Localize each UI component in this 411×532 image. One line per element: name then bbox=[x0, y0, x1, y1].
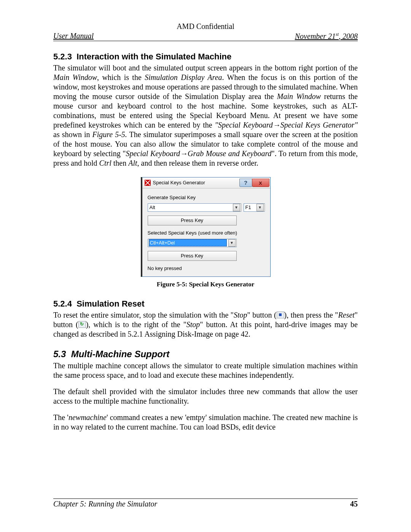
close-button[interactable]: x bbox=[252, 179, 269, 187]
app-icon bbox=[145, 180, 151, 186]
para-5-3-1: The multiple machine concept allows the … bbox=[53, 361, 358, 380]
confidential-header: AMD Confidential bbox=[53, 22, 358, 31]
heading-5-3: 5.3 Multi-Machine Support bbox=[53, 349, 358, 359]
header-row: User Manual November 21st, 2008 bbox=[53, 32, 358, 41]
modifier-combo[interactable]: Alt ▼ bbox=[148, 203, 241, 212]
dialog-title-text: Special Keys Generator bbox=[153, 180, 240, 185]
para-5-3-3: The 'newmachine' command creates a new '… bbox=[53, 413, 358, 432]
status-text: No key pressed bbox=[148, 265, 265, 271]
heading-5-2-3-num: 5.2.3 bbox=[53, 52, 72, 61]
help-button[interactable]: ? bbox=[239, 179, 252, 187]
chevron-down-icon[interactable]: ▼ bbox=[233, 204, 240, 211]
heading-5-2-4-num: 5.2.4 bbox=[53, 299, 72, 308]
stop-icon bbox=[277, 312, 284, 318]
generate-label: Generate Special Key bbox=[148, 195, 265, 200]
heading-5-3-title: Multi-Machine Support bbox=[71, 349, 170, 359]
dialog-titlebar[interactable]: Special Keys Generator ? x bbox=[142, 177, 270, 189]
chevron-down-icon[interactable]: ▼ bbox=[228, 239, 236, 247]
chevron-down-icon[interactable]: ▼ bbox=[256, 204, 264, 211]
footer-chapter: Chapter 5: Running the Simulator bbox=[53, 500, 157, 508]
press-key-button-1[interactable]: Press Key bbox=[148, 216, 237, 225]
header-date: November 21st, 2008 bbox=[295, 32, 358, 41]
header-left: User Manual bbox=[53, 32, 94, 41]
fkey-combo[interactable]: F1 ▼ bbox=[244, 203, 265, 212]
para-5-2-3: The simulator will boot and the simulate… bbox=[53, 63, 358, 168]
reset-icon bbox=[78, 321, 86, 328]
para-5-2-4: To reset the entire simulator, stop the … bbox=[53, 310, 358, 339]
fkey-combo-value: F1 bbox=[245, 204, 256, 210]
heading-5-2-3-title: Interaction with the Simulated Machine bbox=[76, 52, 231, 61]
footer-page: 45 bbox=[350, 500, 358, 508]
footer: Chapter 5: Running the Simulator 45 bbox=[53, 498, 358, 508]
heading-5-2-4: 5.2.4 Simulation Reset bbox=[53, 299, 358, 309]
selected-keys-label: Selected Special Keys (used more often) bbox=[148, 230, 265, 236]
header-date-prefix: November 21 bbox=[295, 32, 336, 40]
heading-5-2-3: 5.2.3 Interaction with the Simulated Mac… bbox=[53, 52, 358, 62]
heading-5-3-num: 5.3 bbox=[53, 349, 66, 359]
modifier-combo-value: Alt bbox=[150, 204, 232, 210]
special-keys-dialog: Special Keys Generator ? x Generate Spec… bbox=[141, 177, 271, 277]
press-key-button-2[interactable]: Press Key bbox=[148, 251, 237, 261]
header-date-sup: st bbox=[336, 32, 339, 37]
header-date-suffix: , 2008 bbox=[339, 32, 358, 40]
preset-combo-value: Ctl+Alt+Del bbox=[149, 239, 227, 246]
heading-5-2-4-title: Simulation Reset bbox=[76, 299, 144, 308]
preset-combo[interactable]: Ctl+Alt+Del ▼ bbox=[148, 239, 237, 247]
figure-caption: Figure 5-5: Special Keys Generator bbox=[53, 281, 358, 288]
para-5-3-2: The default shell provided with the simu… bbox=[53, 387, 358, 406]
